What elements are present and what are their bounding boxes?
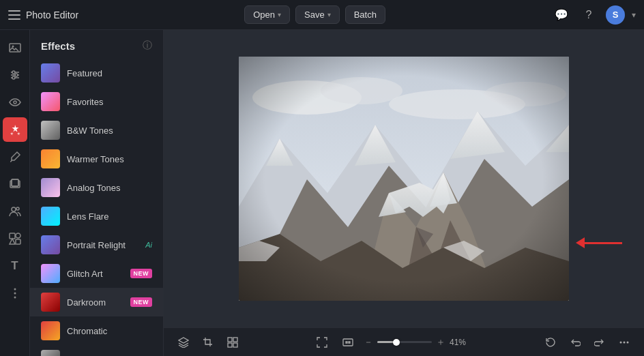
help-icon-button[interactable]: ? (579, 5, 599, 25)
svg-point-5 (12, 71, 15, 74)
effect-item-featured[interactable]: Featured (30, 59, 163, 87)
mountain-photo (239, 57, 569, 301)
effect-item-warmer-tones[interactable]: Warmer Tones (30, 145, 163, 173)
image-icon-button[interactable] (3, 35, 27, 60)
effect-name-portrait-relight: Portrait Relight (67, 240, 138, 250)
svg-rect-43 (228, 338, 232, 342)
effects-title: Effects (41, 40, 75, 52)
effects-icon-button[interactable] (3, 117, 27, 142)
effect-thumb-black-white (41, 350, 60, 356)
more-options-button[interactable] (614, 332, 634, 353)
chat-icon-button[interactable]: 💬 (551, 5, 572, 25)
arrow-annotation (576, 237, 622, 248)
redo-button[interactable] (589, 332, 610, 353)
zoom-slider[interactable] (377, 341, 432, 343)
batch-button[interactable]: Batch (345, 5, 385, 24)
svg-point-20 (14, 297, 16, 299)
effect-thumb-lens-flare (41, 207, 60, 226)
zoom-controls: － ＋ 41% (364, 336, 471, 348)
effect-item-portrait-relight[interactable]: Portrait RelightAi (30, 231, 163, 259)
brush-icon-button[interactable] (3, 145, 27, 169)
shapes-icon-button[interactable] (3, 226, 27, 251)
effect-item-favorites[interactable]: Favorites (30, 87, 163, 116)
header-center: Open ▾ Save ▾ Batch (87, 5, 543, 24)
people-icon-button[interactable] (3, 199, 27, 224)
svg-rect-0 (10, 44, 20, 52)
open-chevron: ▾ (278, 11, 281, 18)
zoom-percent: 41% (450, 338, 471, 347)
svg-point-18 (14, 288, 16, 291)
rotate-ccw-button[interactable] (540, 332, 561, 353)
avatar-chevron[interactable]: ▾ (632, 10, 636, 20)
effect-name-bw-tones: B&W Tones (67, 125, 152, 136)
svg-point-15 (16, 233, 20, 238)
aspect-ratio-button[interactable] (338, 332, 358, 353)
svg-rect-45 (228, 343, 232, 347)
zoom-out-icon[interactable]: － (364, 336, 373, 348)
effect-item-lens-flare[interactable]: Lens Flare (30, 202, 163, 231)
more-icon-button[interactable] (3, 281, 27, 306)
effect-name-favorites: Favorites (67, 97, 152, 107)
svg-point-48 (620, 341, 622, 343)
effects-list: FeaturedFavoritesB&W TonesWarmer TonesAn… (30, 59, 163, 356)
effect-thumb-glitch-art (41, 264, 60, 283)
save-button[interactable]: Save ▾ (295, 5, 340, 24)
badge-ai-portrait-relight: Ai (145, 241, 152, 249)
effects-panel: Effects ⓘ FeaturedFavoritesB&W TonesWarm… (30, 30, 164, 356)
main-area: T Effects ⓘ FeaturedFavoritesB&W TonesWa… (0, 30, 644, 356)
effect-name-analog-tones: Analog Tones (67, 183, 152, 193)
menu-icon[interactable] (8, 10, 20, 20)
svg-point-6 (15, 74, 18, 76)
app-title: Photo Editor (26, 10, 78, 20)
zoom-slider-thumb (393, 339, 400, 346)
photo-frame (239, 57, 569, 301)
svg-marker-16 (10, 239, 15, 244)
zoom-in-icon[interactable]: ＋ (436, 336, 445, 348)
svg-point-8 (14, 101, 16, 104)
effect-name-featured: Featured (67, 68, 152, 78)
undo-button[interactable] (565, 332, 585, 353)
layers-icon-button[interactable] (3, 172, 27, 196)
effect-thumb-bw-tones (41, 121, 60, 140)
save-chevron: ▾ (327, 11, 331, 18)
effect-name-darkroom: Darkroom (67, 297, 123, 308)
canvas-container (164, 30, 644, 327)
svg-point-12 (12, 207, 16, 211)
canvas-area: － ＋ 41% (164, 30, 644, 356)
effect-thumb-featured (41, 63, 60, 83)
eye-icon-button[interactable] (3, 90, 27, 115)
effect-item-glitch-art[interactable]: Glitch ArtNEW (30, 259, 163, 288)
header-right: 💬 ? S ▾ (551, 5, 636, 25)
bottom-toolbar: － ＋ 41% (164, 327, 644, 356)
effect-thumb-darkroom (41, 293, 60, 312)
svg-rect-46 (233, 343, 237, 347)
grid-toolbar-button[interactable] (222, 332, 243, 353)
open-button[interactable]: Open ▾ (244, 5, 290, 24)
effect-item-chromatic[interactable]: Chromatic (30, 316, 163, 345)
layers-toolbar-button[interactable] (173, 332, 194, 353)
icon-bar: T (0, 30, 30, 356)
effect-thumb-analog-tones (41, 178, 60, 197)
effect-item-black-white[interactable]: Black & White (30, 345, 163, 356)
sliders-icon-button[interactable] (3, 63, 27, 87)
svg-marker-42 (179, 338, 188, 343)
avatar[interactable]: S (606, 5, 625, 25)
svg-point-50 (627, 341, 629, 343)
fit-screen-button[interactable] (312, 332, 332, 353)
svg-rect-41 (239, 57, 569, 301)
info-icon[interactable]: ⓘ (143, 40, 152, 52)
effect-item-bw-tones[interactable]: B&W Tones (30, 116, 163, 145)
text-icon-button[interactable]: T (3, 254, 27, 278)
svg-rect-44 (233, 338, 237, 342)
arrow-shaft (585, 242, 622, 244)
arrow-head (576, 237, 585, 248)
effect-item-darkroom[interactable]: DarkroomNEW (30, 288, 163, 316)
svg-point-13 (16, 207, 19, 210)
effects-header: Effects ⓘ (30, 30, 163, 59)
effect-item-analog-tones[interactable]: Analog Tones (30, 173, 163, 202)
toolbar-center: － ＋ 41% (312, 332, 471, 353)
badge-new-darkroom: NEW (130, 297, 153, 307)
svg-rect-47 (343, 339, 353, 346)
svg-rect-10 (12, 179, 18, 186)
crop-toolbar-button[interactable] (198, 332, 218, 353)
